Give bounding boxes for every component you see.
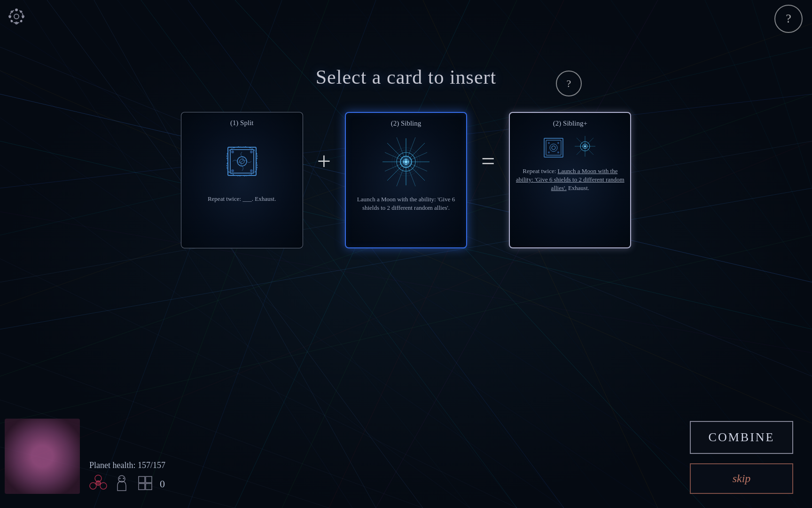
svg-point-65	[231, 169, 234, 172]
help-button-corner[interactable]: ?	[774, 5, 803, 33]
plus-operator: +	[317, 149, 331, 174]
card-sibling-plus-title: (2) Sibling+	[553, 119, 587, 127]
planet-icons-row: 0	[89, 474, 165, 494]
svg-point-111	[584, 145, 586, 147]
svg-point-114	[100, 483, 107, 489]
svg-point-57	[11, 20, 13, 23]
card-sibling-title: (2) Sibling	[391, 119, 422, 127]
settings-button[interactable]	[5, 5, 28, 28]
svg-rect-93	[544, 138, 563, 157]
svg-point-98	[557, 142, 559, 144]
card-sibling[interactable]: (2) Sibling	[345, 112, 467, 248]
svg-point-54	[22, 15, 24, 18]
svg-point-51	[15, 8, 18, 11]
svg-line-75	[406, 143, 425, 162]
svg-rect-120	[146, 476, 152, 483]
svg-rect-119	[139, 476, 145, 483]
svg-line-76	[387, 162, 406, 181]
help-button-title[interactable]: ?	[556, 71, 582, 96]
svg-line-108	[585, 138, 593, 146]
planet-info: Planet health: 157/157	[89, 460, 165, 494]
card-sibling-plus-desc: Repeat twice: Launch a Moon with the abi…	[515, 167, 625, 193]
svg-point-52	[15, 22, 18, 24]
svg-line-77	[406, 162, 425, 181]
svg-point-88	[408, 161, 409, 163]
svg-point-86	[405, 160, 407, 163]
svg-point-66	[250, 169, 253, 172]
question-mark-icon: ?	[786, 12, 791, 26]
svg-line-107	[577, 138, 585, 146]
svg-point-87	[403, 161, 405, 163]
page-title: Select a card to insert	[316, 66, 497, 88]
card-sibling-plus[interactable]: (2) Sibling+	[509, 112, 631, 248]
cards-container: (1) Split	[181, 112, 632, 248]
svg-point-113	[90, 483, 96, 489]
count-display: 0	[160, 478, 165, 490]
svg-point-53	[8, 15, 11, 18]
svg-point-118	[123, 478, 125, 479]
flower-icon	[89, 474, 107, 494]
card-sibling-image	[378, 134, 434, 190]
svg-point-96	[552, 146, 555, 150]
svg-point-99	[548, 151, 550, 153]
combine-button[interactable]: COMBINE	[690, 421, 793, 454]
card-split-image	[214, 133, 270, 190]
svg-line-74	[387, 143, 406, 162]
card-sibling-plus-desc-link: Launch a Moon with the ability: 'Give 6 …	[516, 167, 625, 191]
card-sibling-plus-images	[539, 134, 601, 162]
skip-button[interactable]: skip	[690, 463, 793, 494]
character-icon	[113, 474, 131, 494]
card-sibling-desc: Launch a Moon with the ability: 'Give 6 …	[351, 195, 461, 212]
grid-icon	[136, 474, 154, 494]
svg-point-55	[11, 11, 13, 13]
svg-point-64	[250, 151, 253, 153]
card-split-title: (1) Split	[230, 119, 254, 127]
svg-rect-122	[146, 484, 152, 490]
svg-point-90	[406, 164, 407, 165]
svg-line-109	[577, 146, 585, 155]
bottom-right-buttons: COMBINE skip	[690, 421, 793, 494]
svg-point-56	[20, 11, 23, 13]
planet-thumbnail	[5, 419, 80, 494]
svg-point-89	[406, 159, 407, 160]
svg-point-58	[20, 20, 23, 23]
svg-line-110	[585, 146, 593, 155]
svg-point-97	[548, 142, 550, 144]
svg-point-100	[557, 151, 559, 153]
planet-health: Planet health: 157/157	[89, 460, 165, 470]
gear-icon	[7, 7, 26, 26]
svg-point-115	[96, 481, 101, 485]
card-split-desc: Repeat twice: ___. Exhaust.	[208, 195, 276, 203]
svg-point-95	[550, 144, 557, 151]
question-icon-title: ?	[567, 78, 571, 90]
svg-rect-121	[139, 484, 145, 490]
card-split[interactable]: (1) Split	[181, 112, 303, 248]
svg-point-49	[14, 14, 19, 19]
equals-operator: =	[481, 149, 495, 174]
svg-point-63	[231, 151, 234, 153]
svg-point-117	[119, 478, 121, 479]
